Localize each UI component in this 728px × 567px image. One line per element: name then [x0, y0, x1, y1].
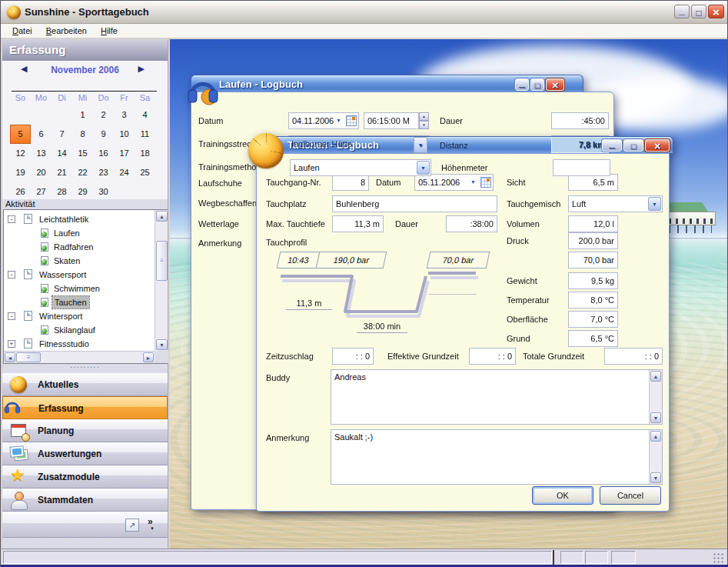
oberflaeche-field[interactable]: 7,0 °C — [568, 311, 618, 328]
calendar-day[interactable]: 25 — [135, 163, 155, 182]
cancel-button[interactable]: Cancel — [600, 486, 661, 505]
calendar-day[interactable]: 6 — [31, 125, 52, 144]
tauchgemisch-combo[interactable]: Luft — [568, 195, 663, 212]
minimize-button[interactable] — [515, 78, 529, 91]
temperatur-field[interactable]: 8,0 °C — [568, 292, 618, 309]
ok-button[interactable]: OK — [532, 486, 593, 505]
gewicht-field[interactable]: 9,5 kg — [568, 272, 618, 289]
scroll-left-icon[interactable]: ◄ — [5, 352, 15, 362]
sicht-field[interactable]: 6,5 m — [568, 174, 618, 191]
collapse-icon[interactable]: - — [8, 312, 15, 320]
calendar-day[interactable]: 18 — [135, 144, 155, 163]
dropdown-arrow-icon[interactable] — [470, 175, 476, 190]
collapse-icon[interactable]: - — [8, 215, 15, 223]
calendar-day[interactable]: 30 — [93, 182, 114, 202]
scroll-up-icon[interactable]: ▲ — [650, 371, 661, 382]
tree-vertical-scrollbar[interactable]: ▲ ▼ — [155, 210, 168, 351]
calendar-picker-icon[interactable] — [480, 177, 491, 188]
scroll-down-icon[interactable]: ▼ — [156, 339, 168, 350]
laufen-dialog-titlebar[interactable]: Laufen - Logbuch — [191, 75, 583, 93]
anmerkung-textarea[interactable]: Saukalt ;-) ▲ ▼ — [331, 429, 663, 485]
maximize-button[interactable] — [691, 5, 706, 18]
buddy-textarea[interactable]: Andreas ▲ ▼ — [331, 369, 663, 425]
minimize-button[interactable] — [674, 5, 690, 18]
nav-item-erfassung[interactable]: Erfassung — [2, 396, 168, 419]
calendar-day[interactable]: 14 — [52, 144, 72, 163]
nav-item-zusatzmodule[interactable]: Zusatzmodule — [2, 465, 168, 489]
calendar-day[interactable]: 3 — [114, 105, 135, 125]
scroll-right-icon[interactable]: ► — [143, 352, 154, 362]
minimize-button[interactable] — [602, 139, 622, 152]
menu-hilfe[interactable]: Hilfe — [94, 24, 125, 38]
calendar-day[interactable]: 12 — [10, 144, 31, 163]
shortcut-arrow-icon[interactable] — [125, 519, 139, 532]
zeitzuschlag-field[interactable]: : : 0 — [332, 348, 374, 365]
tree-horizontal-scrollbar[interactable]: ◄ ► — [4, 351, 155, 363]
dauer-field[interactable]: :38:00 — [446, 215, 497, 232]
calendar-day[interactable]: 19 — [10, 163, 31, 182]
tree-item-laufen[interactable]: Laufen — [4, 226, 155, 240]
calendar-day[interactable]: 10 — [114, 125, 135, 144]
maximize-button[interactable] — [530, 78, 544, 91]
resize-grip[interactable] — [713, 552, 723, 563]
panel-splitter[interactable] — [2, 365, 168, 372]
calendar-day[interactable]: 22 — [72, 163, 93, 182]
dropdown-icon[interactable] — [648, 197, 661, 211]
calendar-day[interactable]: 13 — [31, 144, 52, 163]
close-button[interactable] — [546, 78, 564, 91]
scroll-up-icon[interactable]: ▲ — [650, 431, 661, 442]
calendar-day[interactable]: 28 — [52, 182, 72, 202]
textarea-scrollbar[interactable]: ▲ ▼ — [649, 370, 662, 424]
calendar-day[interactable]: 1 — [72, 105, 93, 125]
dropdown-arrow-icon[interactable] — [336, 113, 341, 128]
scroll-down-icon[interactable]: ▼ — [650, 412, 661, 423]
tree-item-skaten[interactable]: Skaten — [4, 254, 155, 268]
calendar-day[interactable]: 4 — [135, 105, 155, 125]
spin-down-icon[interactable]: ▼ — [419, 121, 429, 129]
calendar-day[interactable]: 29 — [72, 182, 93, 202]
calendar-day[interactable]: 15 — [72, 144, 93, 163]
calendar-picker-icon[interactable] — [346, 115, 357, 126]
calendar-day[interactable]: 17 — [114, 144, 135, 163]
max-tauchtiefe-field[interactable]: 11,3 m — [332, 215, 384, 232]
calendar-day[interactable]: 9 — [93, 125, 114, 144]
effektive-grundzeit-field[interactable]: : : 0 — [469, 348, 516, 365]
tree-item-wassersport[interactable]: - Wassersport — [4, 268, 155, 282]
grund-field[interactable]: 6,5 °C — [568, 330, 618, 347]
calendar-day[interactable]: 2 — [93, 105, 114, 125]
totale-grundzeit-field[interactable]: : : 0 — [604, 348, 663, 365]
calendar-day[interactable]: 8 — [72, 125, 93, 144]
calendar-day-selected[interactable]: 5 — [10, 125, 31, 144]
tree-item-fitnessstudio[interactable]: + Fitnessstudio — [4, 337, 155, 351]
chevron-down-icon[interactable] — [150, 526, 155, 531]
scroll-thumb[interactable] — [156, 241, 168, 281]
close-button[interactable] — [708, 5, 724, 18]
laufen-time-field[interactable]: 06:15:00 M — [364, 112, 419, 129]
calendar-next-icon[interactable] — [138, 64, 145, 74]
calendar-day[interactable]: 20 — [31, 163, 52, 182]
tauchen-dialog-titlebar[interactable]: Tauchen - Logbuch Inglborner Hütte Dista… — [256, 136, 673, 153]
expand-icon[interactable]: + — [8, 340, 15, 348]
tree-item-radfahren[interactable]: Radfahren — [4, 240, 155, 254]
calendar-day[interactable]: 24 — [114, 163, 135, 182]
maximize-button[interactable] — [623, 139, 643, 152]
volumen-field[interactable]: 12,0 l — [568, 215, 618, 232]
menu-bearbeiten[interactable]: Bearbeiten — [39, 24, 94, 38]
tree-item-leichtathletik[interactable]: - Leichtathletik — [4, 212, 155, 226]
scroll-up-icon[interactable]: ▲ — [156, 211, 168, 222]
nav-item-stammdaten[interactable]: Stammdaten — [2, 489, 168, 512]
nav-item-aktuelles[interactable]: Aktuelles — [2, 373, 168, 396]
scroll-thumb[interactable] — [16, 352, 41, 362]
druck-field-2[interactable]: 70,0 bar — [568, 252, 618, 268]
tauchgang-nr-field[interactable]: 8 — [332, 174, 369, 191]
calendar-day[interactable]: 7 — [52, 125, 72, 144]
close-button[interactable] — [645, 139, 670, 152]
laufen-dauer-field[interactable]: :45:00 — [551, 112, 609, 129]
collapse-icon[interactable]: - — [8, 271, 15, 278]
tree-item-schwimmen[interactable]: Schwimmen — [4, 282, 155, 295]
tree-item-skilanglauf[interactable]: Skilanglauf — [4, 323, 155, 337]
nav-item-planung[interactable]: Planung — [2, 419, 168, 442]
spin-up-icon[interactable]: ▲ — [419, 112, 429, 121]
time-spinner[interactable]: ▲ ▼ — [419, 112, 429, 129]
druck-field-1[interactable]: 200,0 bar — [568, 232, 618, 249]
